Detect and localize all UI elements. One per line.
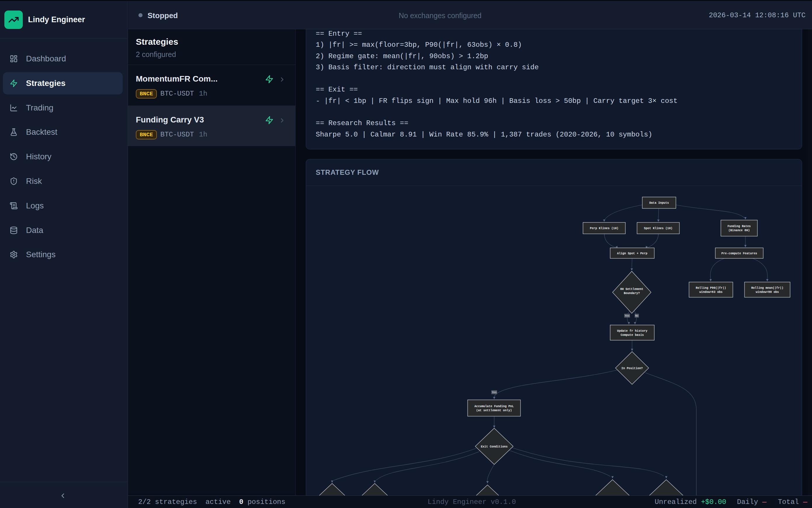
svg-text:Accumulate Funding PnL: Accumulate Funding PnL bbox=[474, 405, 514, 408]
svg-text:In Position?: In Position? bbox=[621, 367, 642, 370]
svg-text:Perp Klines (1H): Perp Klines (1H) bbox=[590, 227, 619, 230]
svg-text:Rolling mean(|fr|): Rolling mean(|fr|) bbox=[751, 287, 783, 290]
svg-text:Boundary?: Boundary? bbox=[624, 292, 640, 295]
svg-text:(Binance 8H): (Binance 8H) bbox=[728, 229, 750, 232]
svg-text:Compute basis: Compute basis bbox=[621, 334, 644, 337]
svg-text:8H Settlement: 8H Settlement bbox=[620, 288, 643, 291]
svg-text:No: No bbox=[635, 314, 638, 318]
svg-text:(at settlement only): (at settlement only) bbox=[476, 409, 512, 412]
svg-text:Data Inputs: Data Inputs bbox=[649, 201, 669, 205]
svg-text:Yes: Yes bbox=[492, 391, 496, 394]
svg-text:Spot Klines (1H): Spot Klines (1H) bbox=[644, 227, 673, 230]
svg-text:Exit Conditions: Exit Conditions bbox=[481, 445, 508, 449]
svg-text:window=63 obs: window=63 obs bbox=[699, 291, 722, 294]
svg-text:Rolling P90(|fr|): Rolling P90(|fr|) bbox=[696, 287, 726, 290]
svg-text:Pre-compute Features: Pre-compute Features bbox=[721, 252, 757, 255]
svg-text:window=90 obs: window=90 obs bbox=[756, 291, 779, 294]
svg-text:Funding Rates: Funding Rates bbox=[728, 225, 751, 228]
svg-text:Yes: Yes bbox=[625, 314, 629, 318]
svg-text:Update fr history: Update fr history bbox=[617, 329, 648, 333]
svg-text:Align Spot + Perp: Align Spot + Perp bbox=[617, 252, 648, 255]
